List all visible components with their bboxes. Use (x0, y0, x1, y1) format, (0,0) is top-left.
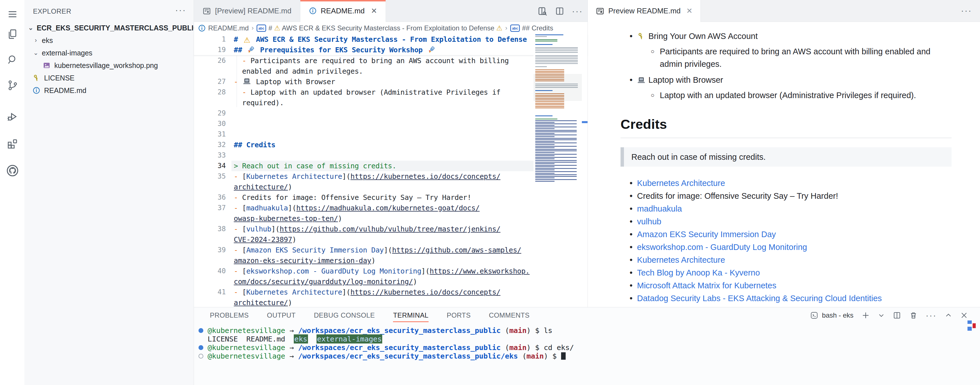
editor-line-35: 35- [Kubernetes Architecture](https://ku… (194, 171, 587, 182)
vscode-window: EXPLORER ··· ⌄ECR_EKS_SECURITY_MASTERCLA… (0, 0, 980, 385)
rocket-emoji (427, 45, 436, 53)
credits-item: Kubernetes Architecture (620, 177, 951, 190)
credits-item: Datadog Security Labs - EKS Attacking & … (620, 292, 951, 305)
terminal-line: LICENSE README.md eks external-images (194, 335, 980, 343)
editor-line-28: 28 - Laptop with an updated browser (Adm… (194, 87, 587, 97)
github-codespaces-icon[interactable] (0, 163, 25, 178)
key-icon (32, 74, 41, 82)
search-icon[interactable] (0, 52, 25, 68)
terminal-dropdown-icon[interactable] (878, 312, 885, 319)
terminal-output[interactable]: @kubernetesvillage → /workspaces/ecr_eks… (194, 326, 980, 360)
terminal-instance-label[interactable]: bash - eks (810, 311, 853, 320)
command-decoration (199, 328, 203, 333)
menu-icon[interactable] (0, 6, 25, 22)
laptop-emoji (242, 78, 252, 85)
abc-icon: abc (510, 24, 520, 32)
preview-more-actions-icon[interactable]: ··· (961, 6, 972, 15)
panel-tab-output[interactable]: OUTPUT (267, 307, 296, 323)
panel-tab-problems[interactable]: PROBLEMS (210, 307, 249, 323)
heading-rule (620, 138, 951, 138)
minimap-slider[interactable] (533, 74, 582, 101)
explorer-more-actions-icon[interactable]: ··· (175, 5, 186, 15)
credits-item: Credits for image: Offensive Security Sa… (620, 190, 951, 202)
editor-actions: ··· (537, 0, 583, 22)
extensions-icon[interactable] (0, 136, 25, 151)
terminal-panel: PROBLEMSOUTPUTDEBUG CONSOLETERMINALPORTS… (194, 307, 980, 385)
open-preview-icon[interactable] (537, 6, 547, 16)
breadcrumb-item[interactable]: README.md (198, 24, 249, 32)
editor-more-actions-icon[interactable]: ··· (572, 6, 583, 16)
explorer-icon[interactable] (0, 26, 25, 42)
panel-tab-bar: PROBLEMSOUTPUTDEBUG CONSOLETERMINALPORTS… (210, 307, 530, 323)
command-decoration (199, 345, 203, 350)
panel-tab-terminal[interactable]: TERMINAL (393, 307, 429, 323)
new-terminal-icon[interactable] (861, 311, 870, 320)
credits-link[interactable]: Microsoft Attack Matrix for Kubernetes (637, 281, 776, 290)
minimap[interactable] (533, 34, 582, 307)
credits-link[interactable]: Tech Blog by Anoop Ka - Kyverno (637, 268, 760, 277)
prerequisite-subitem: Participants are required to bring an AW… (637, 45, 951, 70)
tab-preview-readme[interactable]: Preview README.md ✕ (588, 0, 701, 22)
close-icon[interactable]: ✕ (371, 6, 377, 15)
panel-tab-debug-console[interactable]: DEBUG CONSOLE (314, 307, 375, 323)
credits-item: vulhub (620, 215, 951, 228)
editor-tab-bar: [Preview] README.mdREADME.md✕ (194, 0, 587, 22)
maximize-panel-icon[interactable] (945, 312, 952, 319)
prerequisite-item: Bring Your Own AWS AccountParticipants a… (620, 30, 951, 70)
kill-terminal-icon[interactable] (909, 311, 918, 320)
run-debug-icon[interactable] (0, 109, 25, 124)
split-terminal-icon[interactable] (893, 311, 901, 320)
readme-icon (32, 86, 41, 95)
editor-line-26: 26 - Participants are required to bring … (194, 56, 587, 66)
breadcrumb-item[interactable]: abc## Credits (510, 24, 553, 32)
credits-link[interactable]: eksworkshop.com - GuardDuty Log Monitori… (637, 243, 807, 251)
credits-blockquote: Reach out in case of missing credits. (620, 147, 951, 167)
credits-link[interactable]: vulhub (637, 217, 661, 226)
editor-wrap-line: CVE-2024-23897) (194, 234, 587, 245)
tab-readme-md[interactable]: README.md✕ (300, 0, 386, 22)
tree-item-license[interactable]: LICENSE (25, 72, 194, 84)
explorer-sidebar: EXPLORER ··· ⌄ECR_EKS_SECURITY_MASTERCLA… (25, 0, 194, 385)
split-editor-icon[interactable] (555, 6, 565, 16)
panel-more-actions-icon[interactable]: ··· (926, 310, 937, 320)
panel-tab-ports[interactable]: PORTS (447, 307, 471, 323)
editor-line-31: 31 (194, 129, 587, 140)
tab-label: Preview README.md (608, 6, 681, 15)
credits-link[interactable]: Kubernetes Architecture (637, 255, 725, 264)
credits-link[interactable]: madhuakula (637, 204, 682, 213)
prerequisites-list: Bring Your Own AWS AccountParticipants a… (620, 30, 951, 102)
terminal-line: @kubernetesvillage → /workspaces/ecr_eks… (194, 352, 980, 360)
panel-tab-comments[interactable]: COMMENTS (489, 307, 530, 323)
editor-wrap-line: architecture/) (194, 298, 587, 308)
editor-lines: 26 - Participants are required to bring … (194, 56, 587, 308)
tree-item-readme.md[interactable]: README.md (25, 84, 194, 97)
svg-text:abc: abc (512, 27, 518, 30)
close-panel-icon[interactable] (960, 311, 968, 319)
overview-cursor-mark (582, 121, 587, 123)
tree-item-kubernetesvillage_workshop.png[interactable]: kubernetesvillage_workshop.png (25, 59, 194, 72)
credits-link[interactable]: Amazon EKS Security Immersion Day (637, 230, 776, 239)
preview-content: Bring Your Own AWS AccountParticipants a… (588, 22, 980, 307)
tree-item-eks[interactable]: ›eks (25, 34, 194, 47)
breadcrumb-item[interactable]: abc# ⚠ AWS ECR & EKS Security Masterclas… (256, 24, 502, 32)
tab--preview-readme-md[interactable]: [Preview] README.md (194, 0, 300, 22)
tree-item-external-images[interactable]: ⌄external-images (25, 47, 194, 59)
close-icon[interactable]: ✕ (686, 6, 692, 15)
credits-item: madhuakula (620, 202, 951, 215)
editor-wrap-line: amazon-eks-security-immersion-day) (194, 255, 587, 266)
readme-icon (198, 24, 206, 32)
editor-line-37: 37- [madhuakula](https://madhuakula.com/… (194, 203, 587, 213)
credits-link[interactable]: Datadog Security Labs - EKS Attacking & … (637, 294, 882, 303)
source-control-icon[interactable] (0, 77, 25, 93)
editor-line-38: 38- [vulhub](https://github.com/vulhub/v… (194, 224, 587, 234)
markdown-preview-pane: Preview README.md ✕ ··· Bring Your Own A… (587, 0, 980, 307)
editor-line-32: 32## Credits (194, 140, 587, 150)
credits-link[interactable]: Kubernetes Architecture (637, 178, 725, 188)
credits-item: Amazon EKS Security Immersion Day (620, 228, 951, 241)
tree-root-folder[interactable]: ⌄ECR_EKS_SECURITY_MASTERCLASS_PUBLIC [..… (25, 22, 194, 34)
markdown-editor[interactable]: 1# ⚠ AWS ECR & EKS Security Masterclass … (194, 34, 587, 307)
editor-line-39: 39- [Amazon EKS Security Immersion Day](… (194, 245, 587, 255)
terminal-line: @kubernetesvillage → /workspaces/ecr_eks… (194, 343, 980, 352)
preview-tab-bar: Preview README.md ✕ (588, 0, 980, 22)
editor-line-41: 41- [Kubernetes Architecture](https://ku… (194, 287, 587, 298)
